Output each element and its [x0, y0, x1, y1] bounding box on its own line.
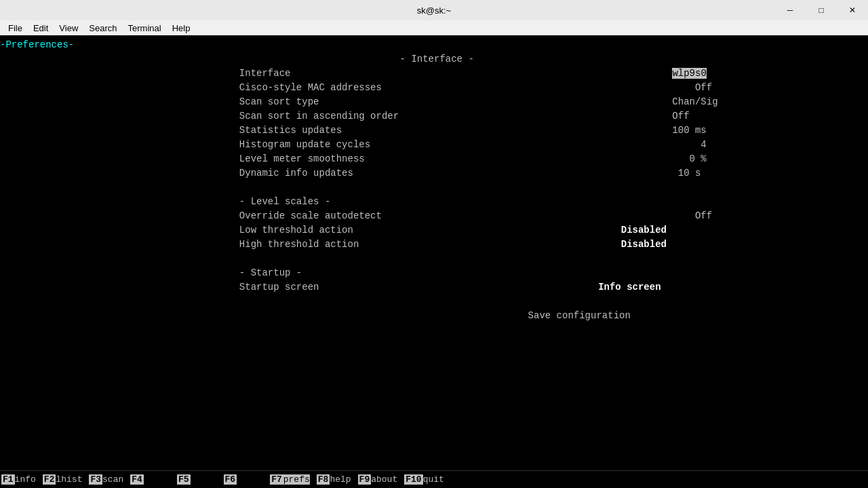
key-f8[interactable]: F8help: [317, 474, 357, 485]
row-high-threshold: High threshold action Disabled: [0, 238, 868, 252]
window-title: sk@sk:~: [417, 5, 451, 16]
level-scales-header-text: - Level scales -: [0, 195, 868, 209]
interface-value: wlp9s0: [672, 68, 706, 79]
row-histogram: Histogram update cycles 4: [0, 138, 868, 152]
row-cisco-mac: Cisco-style MAC addresses Off: [0, 81, 868, 95]
info-screen-value: Info screen: [598, 282, 660, 293]
menubar: File Edit View Search Terminal Help: [0, 20, 868, 35]
menu-search[interactable]: Search: [83, 22, 122, 35]
key-f2[interactable]: F2lhist: [43, 474, 88, 485]
menu-edit[interactable]: Edit: [28, 22, 54, 35]
menu-file[interactable]: File: [3, 22, 28, 35]
window-controls: ─ □ ✕: [774, 0, 868, 20]
key-f4[interactable]: F4: [130, 474, 176, 485]
startup-header-text: - Startup -: [0, 266, 868, 280]
key-f9[interactable]: F9about: [358, 474, 403, 485]
minimize-button[interactable]: ─: [774, 0, 806, 20]
row-scan-sort-type: Scan sort type Chan/Sig: [0, 95, 868, 109]
row-override-scale: Override scale autodetect Off: [0, 209, 868, 223]
row-interface: Interface wlp9s0: [0, 67, 868, 81]
row-dynamic-info: Dynamic info updates 10 s: [0, 166, 868, 181]
preferences-border: -Preferences-: [0, 38, 868, 52]
key-f3[interactable]: F3scan: [89, 474, 129, 485]
statusbar: F1info F2lhist F3scan F4 F5 F6 F7prefs F…: [0, 470, 868, 488]
row-scan-sort-order: Scan sort in ascending order Off: [0, 109, 868, 124]
menu-help[interactable]: Help: [167, 22, 196, 35]
save-config-space: [0, 295, 868, 309]
menu-view[interactable]: View: [54, 22, 83, 35]
terminal-area: -Preferences- - Interface - Interface: [0, 35, 868, 470]
close-button[interactable]: ✕: [837, 0, 868, 20]
row-low-threshold: Low threshold action Disabled: [0, 223, 868, 238]
key-f6[interactable]: F6: [224, 474, 269, 485]
key-f7[interactable]: F7prefs: [270, 474, 315, 485]
menu-terminal[interactable]: Terminal: [123, 22, 167, 35]
key-f10[interactable]: F10quit: [404, 474, 450, 485]
row-level-meter: Level meter smoothness 0 %: [0, 152, 868, 166]
key-f1[interactable]: F1info: [1, 474, 41, 485]
level-scales-header: [0, 181, 868, 195]
restore-button[interactable]: □: [806, 0, 837, 20]
interface-header: - Interface -: [0, 52, 868, 67]
startup-header-space: [0, 252, 868, 266]
titlebar: sk@sk:~ ─ □ ✕: [0, 0, 868, 20]
save-configuration[interactable]: Save configuration: [0, 309, 868, 323]
key-f5[interactable]: F5: [177, 474, 222, 485]
row-stats-updates: Statistics updates 100 ms: [0, 124, 868, 138]
row-startup-screen: Startup screen Info screen: [0, 280, 868, 295]
